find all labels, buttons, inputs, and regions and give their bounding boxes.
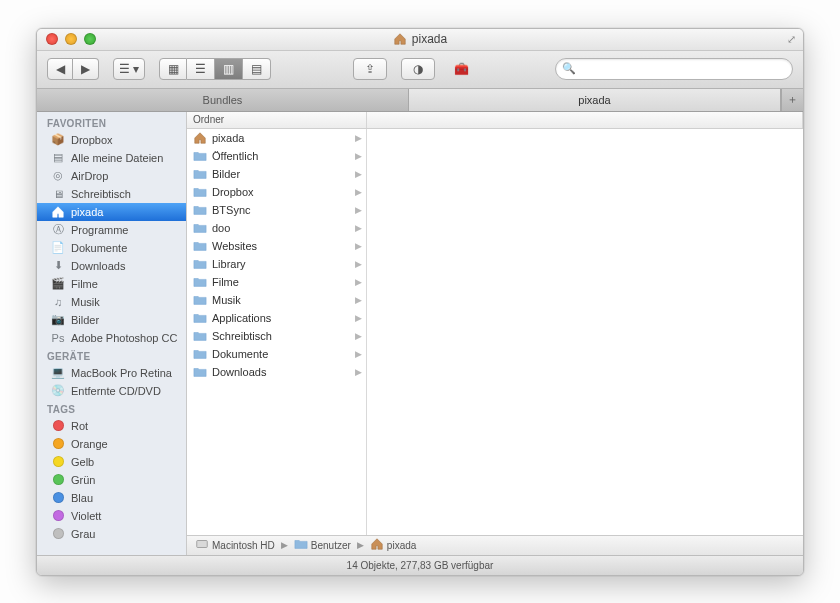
sidebar-item[interactable]: ◎AirDrop — [37, 167, 186, 185]
sidebar-item[interactable]: PsAdobe Photoshop CC — [37, 329, 186, 347]
share-group: ⇪ — [353, 58, 387, 80]
folder-name: Dokumente — [212, 348, 268, 360]
airdrop-icon: ◎ — [51, 169, 65, 183]
sidebar-item[interactable]: pixada — [37, 203, 186, 221]
column-header-label[interactable]: Ordner — [187, 112, 367, 128]
path-segment[interactable]: pixada — [370, 537, 416, 553]
apps-icon: Ⓐ — [51, 223, 65, 237]
forward-button[interactable]: ▶ — [73, 58, 99, 80]
tab-pixada[interactable]: pixada — [409, 89, 781, 111]
home-icon — [193, 131, 207, 145]
sidebar: FAVORITEN📦Dropbox▤Alle meine Dateien◎Air… — [37, 112, 187, 555]
back-button[interactable]: ◀ — [47, 58, 73, 80]
sidebar-item[interactable]: Grün — [37, 471, 186, 489]
folder-item[interactable]: Filme▶ — [187, 273, 366, 291]
sidebar-item[interactable]: ⒶProgramme — [37, 221, 186, 239]
folder-item[interactable]: pixada▶ — [187, 129, 366, 147]
view-mode-group: ▦ ☰ ▥ ▤ — [159, 58, 271, 80]
chevron-right-icon: ▶ — [355, 151, 362, 161]
folder-item[interactable]: doo▶ — [187, 219, 366, 237]
folder-item[interactable]: Dropbox▶ — [187, 183, 366, 201]
folder-item[interactable]: Websites▶ — [187, 237, 366, 255]
sidebar-item[interactable]: 🖥Schreibtisch — [37, 185, 186, 203]
folder-icon — [193, 221, 207, 235]
status-text: 14 Objekte, 277,83 GB verfügbar — [347, 560, 494, 571]
dropbox-icon: 📦 — [51, 133, 65, 147]
path-segment[interactable]: Benutzer — [294, 537, 351, 553]
sidebar-item[interactable]: Grau — [37, 525, 186, 543]
sidebar-item[interactable]: ⬇Downloads — [37, 257, 186, 275]
sidebar-item[interactable]: ♫Musik — [37, 293, 186, 311]
new-tab-button[interactable]: ＋ — [781, 89, 803, 111]
sidebar-item-label: AirDrop — [71, 170, 108, 182]
chevron-right-icon: ▶ — [355, 241, 362, 251]
folder-item[interactable]: Downloads▶ — [187, 363, 366, 381]
view-columns-button[interactable]: ▥ — [215, 58, 243, 80]
sidebar-section-header: TAGS — [37, 400, 186, 417]
folder-item[interactable]: Bilder▶ — [187, 165, 366, 183]
path-separator-icon: ▶ — [279, 540, 290, 550]
sidebar-item[interactable]: Gelb — [37, 453, 186, 471]
folder-icon — [193, 239, 207, 253]
sidebar-item[interactable]: Orange — [37, 435, 186, 453]
folder-item[interactable]: Library▶ — [187, 255, 366, 273]
view-list-button[interactable]: ☰ — [187, 58, 215, 80]
tag-dot-icon — [51, 491, 65, 505]
chevron-right-icon: ▶ — [355, 367, 362, 377]
doc-icon: ▤ — [51, 151, 65, 165]
folder-item[interactable]: Öffentlich▶ — [187, 147, 366, 165]
tab-bundles[interactable]: Bundles — [37, 89, 409, 111]
folder-item[interactable]: Musik▶ — [187, 291, 366, 309]
hdd-icon — [195, 537, 209, 553]
sidebar-item[interactable]: 💿Entfernte CD/DVD — [37, 382, 186, 400]
sidebar-item[interactable]: Rot — [37, 417, 186, 435]
search-icon: 🔍 — [562, 62, 576, 75]
sidebar-item-label: Downloads — [71, 260, 125, 272]
sidebar-item[interactable]: ▤Alle meine Dateien — [37, 149, 186, 167]
path-label: Benutzer — [311, 540, 351, 551]
share-button[interactable]: ⇪ — [353, 58, 387, 80]
path-separator-icon: ▶ — [355, 540, 366, 550]
sidebar-item-label: Musik — [71, 296, 100, 308]
folder-item[interactable]: Applications▶ — [187, 309, 366, 327]
folder-name: Filme — [212, 276, 239, 288]
ps-icon: Ps — [51, 331, 65, 345]
tag-dot-icon — [51, 527, 65, 541]
folder-item[interactable]: Dokumente▶ — [187, 345, 366, 363]
sidebar-item-label: pixada — [71, 206, 103, 218]
fullscreen-icon[interactable]: ⤢ — [787, 33, 796, 46]
folder-name: doo — [212, 222, 230, 234]
arrange-button[interactable]: ☰ ▾ — [113, 58, 145, 80]
folder-item[interactable]: Schreibtisch▶ — [187, 327, 366, 345]
search-input[interactable] — [555, 58, 793, 80]
sidebar-item[interactable]: 🎬Filme — [37, 275, 186, 293]
tag-dot-icon — [51, 419, 65, 433]
folder-name: Dropbox — [212, 186, 254, 198]
sidebar-item[interactable]: Blau — [37, 489, 186, 507]
zoom-button[interactable] — [84, 33, 96, 45]
path-segment[interactable]: Macintosh HD — [195, 537, 275, 553]
sidebar-item[interactable]: 📦Dropbox — [37, 131, 186, 149]
view-coverflow-button[interactable]: ▤ — [243, 58, 271, 80]
folder-icon — [193, 347, 207, 361]
docs-icon: 📄 — [51, 241, 65, 255]
minimize-button[interactable] — [65, 33, 77, 45]
sidebar-item[interactable]: 💻MacBook Pro Retina — [37, 364, 186, 382]
close-button[interactable] — [46, 33, 58, 45]
toolbar-app-icon[interactable]: 🧰 — [449, 58, 473, 80]
sidebar-item[interactable]: 📷Bilder — [37, 311, 186, 329]
sidebar-item-label: Programme — [71, 224, 128, 236]
folder-item[interactable]: BTSync▶ — [187, 201, 366, 219]
edit-tags-button[interactable]: ◑ — [401, 58, 435, 80]
folder-name: Websites — [212, 240, 257, 252]
sidebar-item[interactable]: Violett — [37, 507, 186, 525]
chevron-right-icon: ▶ — [355, 313, 362, 323]
folder-name: Bilder — [212, 168, 240, 180]
folder-icon — [193, 203, 207, 217]
folder-name: Schreibtisch — [212, 330, 272, 342]
sidebar-section-header: GERÄTE — [37, 347, 186, 364]
home-icon — [370, 537, 384, 553]
sidebar-item[interactable]: 📄Dokumente — [37, 239, 186, 257]
sidebar-item-label: Grün — [71, 474, 95, 486]
view-icons-button[interactable]: ▦ — [159, 58, 187, 80]
